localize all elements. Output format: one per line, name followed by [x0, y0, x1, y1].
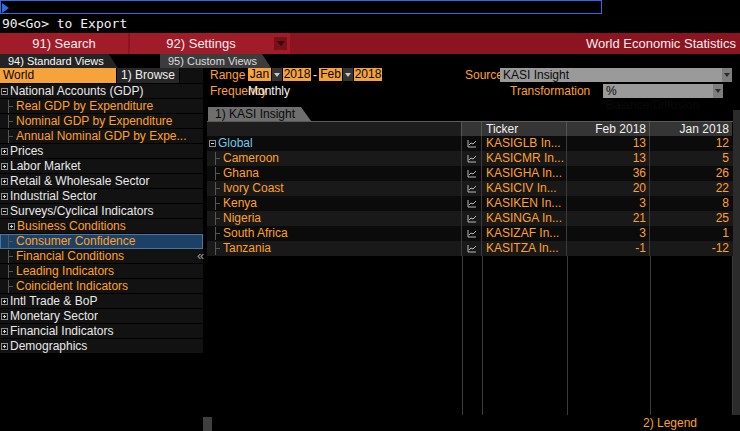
- browse-button[interactable]: 1) Browse: [117, 68, 179, 83]
- feb-value-cell[interactable]: 3: [567, 226, 650, 241]
- range-end-year-field[interactable]: 2018: [354, 68, 382, 81]
- feb-value-cell[interactable]: 13: [567, 136, 650, 151]
- jan-value-cell[interactable]: 12: [650, 136, 732, 151]
- expand-toggle-icon[interactable]: [1, 148, 8, 155]
- chart-cell[interactable]: [462, 166, 482, 181]
- tree-item[interactable]: Financial Conditions: [0, 249, 203, 264]
- range-start-month-dropdown[interactable]: Jan: [248, 68, 271, 81]
- ticker-cell[interactable]: KASIKEN In...: [482, 196, 567, 211]
- chart-cell[interactable]: [462, 211, 482, 226]
- tree-item[interactable]: Monetary Sector: [0, 309, 203, 324]
- chart-cell[interactable]: [462, 196, 482, 211]
- tree-item[interactable]: Business Conditions: [0, 219, 203, 234]
- chart-cell[interactable]: [462, 241, 482, 256]
- expand-toggle-icon[interactable]: [1, 328, 8, 335]
- jan-value-cell[interactable]: 22: [650, 181, 732, 196]
- country-cell[interactable]: Global: [207, 136, 462, 151]
- vertical-scrollbar[interactable]: [733, 110, 740, 415]
- settings-button[interactable]: 92) Settings: [130, 33, 290, 54]
- feb-value-cell[interactable]: 36: [567, 166, 650, 181]
- expand-toggle-icon[interactable]: [1, 163, 8, 170]
- table-row[interactable]: Nigeria KASINGA In... 21 25: [207, 211, 733, 226]
- collapse-sidebar-button[interactable]: «: [197, 248, 204, 263]
- expand-toggle-icon[interactable]: [1, 298, 8, 305]
- tree-item[interactable]: Industrial Sector: [0, 189, 203, 204]
- country-cell[interactable]: Kenya: [207, 196, 462, 211]
- feb-value-cell[interactable]: -1: [567, 241, 650, 256]
- country-cell[interactable]: Ghana: [207, 166, 462, 181]
- chevron-down-icon[interactable]: [722, 68, 732, 82]
- tree-item[interactable]: Consumer Confidence: [0, 234, 203, 249]
- source-dropdown[interactable]: KASI Insight: [500, 68, 722, 82]
- chevron-down-icon[interactable]: [272, 68, 282, 81]
- table-row[interactable]: Tanzania KASITZA In... -1 -12: [207, 241, 733, 256]
- country-cell[interactable]: Cameroon: [207, 151, 462, 166]
- expand-toggle-icon[interactable]: [1, 343, 8, 350]
- tree-item[interactable]: Coincident Indicators: [0, 279, 203, 294]
- ticker-cell[interactable]: KASICIV In...: [482, 181, 567, 196]
- table-row[interactable]: South Africa KASIZAF In... 3 1: [207, 226, 733, 241]
- chevron-down-icon[interactable]: [343, 68, 353, 81]
- tree-item[interactable]: Labor Market: [0, 159, 203, 174]
- jan-value-cell[interactable]: 25: [650, 211, 732, 226]
- tree-item[interactable]: Annual Nominal GDP by Expe...: [0, 129, 203, 144]
- tree-item[interactable]: Intl Trade & BoP: [0, 294, 203, 309]
- feb-value-cell[interactable]: 3: [567, 196, 650, 211]
- tree-item[interactable]: Retail & Wholesale Sector: [0, 174, 203, 189]
- tree-item[interactable]: Nominal GDP by Expenditure: [0, 114, 203, 129]
- country-cell[interactable]: Nigeria: [207, 211, 462, 226]
- country-cell[interactable]: South Africa: [207, 226, 462, 241]
- jan-value-cell[interactable]: 26: [650, 166, 732, 181]
- search-button[interactable]: 91) Search: [0, 33, 128, 54]
- expand-toggle-icon[interactable]: [1, 313, 8, 320]
- ticker-cell[interactable]: KASICMR In...: [482, 151, 567, 166]
- expand-toggle-icon[interactable]: [8, 223, 15, 230]
- range-start-year-field[interactable]: 2018: [283, 68, 311, 81]
- tab-standard-views[interactable]: 94) Standard Views: [0, 54, 118, 68]
- tab-custom-views[interactable]: 95) Custom Views: [160, 54, 271, 68]
- collapse-toggle-icon[interactable]: [209, 140, 216, 147]
- ticker-column-header[interactable]: Ticker: [482, 122, 567, 137]
- chart-cell[interactable]: [462, 181, 482, 196]
- ticker-cell[interactable]: KASINGA In...: [482, 211, 567, 226]
- feb-value-cell[interactable]: 13: [567, 151, 650, 166]
- chevron-down-icon[interactable]: [274, 37, 287, 50]
- tree-item[interactable]: Prices: [0, 144, 203, 159]
- chart-cell[interactable]: [462, 136, 482, 151]
- expand-toggle-icon[interactable]: [1, 178, 8, 185]
- jan-value-cell[interactable]: 5: [650, 151, 732, 166]
- feb-column-header[interactable]: Feb 2018: [567, 122, 650, 137]
- feb-value-cell[interactable]: 20: [567, 181, 650, 196]
- country-cell[interactable]: Ivory Coast: [207, 181, 462, 196]
- table-row[interactable]: Kenya KASIKEN In... 3 8: [207, 196, 733, 211]
- table-row[interactable]: Ivory Coast KASICIV In... 20 22: [207, 181, 733, 196]
- table-row[interactable]: Ghana KASIGHA In... 36 26: [207, 166, 733, 181]
- tree-item[interactable]: Leading Indicators: [0, 264, 203, 279]
- tab-kasi-insight[interactable]: 1) KASI Insight: [208, 107, 311, 121]
- jan-column-header[interactable]: Jan 2018: [650, 122, 732, 137]
- expand-toggle-icon[interactable]: [1, 193, 8, 200]
- table-row[interactable]: Global KASIGLB In... 13 12: [207, 136, 733, 151]
- legend-button[interactable]: 2) Legend: [643, 416, 697, 430]
- tree-item[interactable]: Surveys/Cyclical Indicators: [0, 204, 203, 219]
- feb-value-cell[interactable]: 21: [567, 211, 650, 226]
- tree-item[interactable]: Demographics: [0, 339, 203, 354]
- expand-toggle-icon[interactable]: [1, 88, 8, 95]
- region-dropdown[interactable]: World: [0, 68, 116, 83]
- expand-toggle-icon[interactable]: [1, 208, 8, 215]
- tree-item[interactable]: Financial Indicators: [0, 324, 203, 339]
- tree-item[interactable]: Real GDP by Expenditure: [0, 99, 203, 114]
- ticker-cell[interactable]: KASITZA In...: [482, 241, 567, 256]
- jan-value-cell[interactable]: -12: [650, 241, 732, 256]
- table-row[interactable]: Cameroon KASICMR In... 13 5: [207, 151, 733, 166]
- jan-value-cell[interactable]: 1: [650, 226, 732, 241]
- country-cell[interactable]: Tanzania: [207, 241, 462, 256]
- chart-cell[interactable]: [462, 226, 482, 241]
- command-input[interactable]: [0, 0, 602, 14]
- chevron-down-icon[interactable]: [713, 84, 723, 98]
- chart-cell[interactable]: [462, 151, 482, 166]
- ticker-cell[interactable]: KASIZAF In...: [482, 226, 567, 241]
- ticker-cell[interactable]: KASIGHA In...: [482, 166, 567, 181]
- ticker-cell[interactable]: KASIGLB In...: [482, 136, 567, 151]
- jan-value-cell[interactable]: 8: [650, 196, 732, 211]
